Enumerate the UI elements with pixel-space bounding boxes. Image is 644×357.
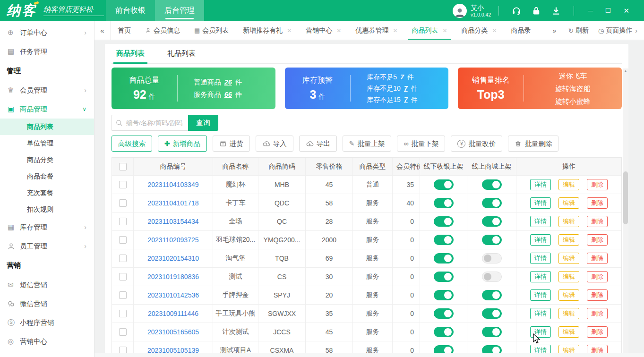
sidebar-item-goods-mgmt[interactable]: ▣ 商品管理 ∨	[0, 100, 94, 119]
delete-button[interactable]: 删除	[587, 326, 608, 338]
delete-button[interactable]: 删除	[587, 289, 608, 301]
sidebar-subitem-unit-mgmt[interactable]: 单位管理	[0, 135, 94, 152]
page-operations-button[interactable]: ◷ 页面操作 ›	[593, 26, 644, 35]
tab-member-list[interactable]: ▤ 会员列表	[187, 21, 236, 40]
detail-button[interactable]: 详情	[530, 253, 551, 264]
goods-code-link[interactable]: 20231104103349	[148, 181, 199, 188]
online-shelf-toggle[interactable]	[482, 327, 502, 337]
close-tab-icon[interactable]: ✕	[336, 27, 341, 34]
online-shelf-toggle[interactable]	[482, 216, 502, 227]
sidebar-item-sms-marketing[interactable]: ✉ 短信营销	[0, 275, 94, 294]
close-tab-icon[interactable]: ✕	[442, 27, 447, 34]
stat-number[interactable]: 7	[404, 96, 408, 103]
batch-delete-button[interactable]: 批量删除	[508, 136, 558, 152]
offline-shelf-toggle[interactable]	[434, 235, 454, 245]
detail-button[interactable]: 详情	[530, 179, 551, 190]
minimize-icon[interactable]: ─	[588, 0, 593, 21]
online-shelf-toggle[interactable]	[482, 308, 502, 319]
advanced-search-button[interactable]: 高级搜索	[112, 136, 152, 152]
vertical-scrollbar[interactable]: ▲ ▼	[623, 68, 628, 357]
detail-button[interactable]: 详情	[530, 234, 551, 246]
tab-goods-entry[interactable]: 商品录	[504, 21, 531, 40]
stat-number[interactable]: 26	[224, 78, 232, 86]
refresh-button[interactable]: ↻ 刷新	[563, 26, 593, 35]
offline-shelf-toggle[interactable]	[434, 290, 454, 300]
batch-off-shelf-button[interactable]: ∞批量下架	[397, 136, 445, 152]
goods-code-link[interactable]: 20231103154434	[148, 218, 199, 225]
row-checkbox[interactable]	[119, 273, 127, 280]
sidebar-subitem-goods-list[interactable]: 商品列表	[0, 119, 94, 135]
detail-button[interactable]: 详情	[530, 308, 551, 319]
goods-code-link[interactable]: 20231009111446	[148, 310, 198, 317]
edit-button[interactable]: 编辑	[558, 253, 579, 264]
export-button[interactable]: 导出	[299, 136, 337, 152]
offline-shelf-toggle[interactable]	[434, 179, 454, 190]
sidebar-item-member-mgmt[interactable]: ♛ 会员管理 ›	[0, 81, 94, 100]
sidebar-item-inventory-mgmt[interactable]: ▦ 库存管理 ›	[0, 218, 94, 237]
tab-backend-admin[interactable]: 后台管理	[155, 0, 204, 21]
offline-shelf-toggle[interactable]	[434, 308, 454, 319]
row-checkbox[interactable]	[119, 218, 127, 225]
row-checkbox[interactable]	[119, 255, 127, 262]
search-input[interactable]	[112, 115, 188, 131]
tab-goods-category[interactable]: 商品分类 ✕	[455, 21, 504, 40]
detail-button[interactable]: 详情	[530, 271, 551, 282]
offline-shelf-toggle[interactable]	[434, 327, 454, 337]
select-all-checkbox[interactable]	[119, 163, 127, 170]
goods-code-link[interactable]: 20231020154310	[147, 255, 199, 262]
row-checkbox[interactable]	[119, 236, 127, 244]
maximize-icon[interactable]: ☐	[605, 0, 611, 21]
service-icon[interactable]	[512, 6, 521, 16]
delete-button[interactable]: 删除	[587, 197, 608, 209]
batch-price-button[interactable]: ¥批量改价	[451, 136, 502, 152]
delete-button[interactable]: 删除	[587, 234, 608, 246]
sidebar-item-order-center[interactable]: ⊕ 订单中心 ›	[0, 23, 94, 42]
goods-code-link[interactable]: 20231019180836	[147, 273, 199, 280]
delete-button[interactable]: 删除	[587, 216, 608, 227]
sidebar-item-staff-mgmt[interactable]: 员工管理 ›	[0, 237, 94, 255]
lock-icon[interactable]	[532, 6, 541, 16]
tab-home[interactable]: 首页	[111, 21, 138, 40]
collapse-tabs-button[interactable]: «	[94, 21, 111, 40]
expand-tabs-button[interactable]: »	[548, 27, 561, 34]
stat-number[interactable]: 66	[224, 91, 232, 98]
edit-button[interactable]: 编辑	[558, 234, 579, 246]
goods-code-link[interactable]: 20231104101718	[148, 199, 199, 207]
edit-button[interactable]: 编辑	[558, 197, 579, 209]
sidebar-subitem-deduction-rules[interactable]: 扣次规则	[0, 201, 94, 218]
sidebar-item-miniprogram-marketing[interactable]: ⓢ 小程序营销	[0, 313, 94, 332]
offline-shelf-toggle[interactable]	[434, 272, 454, 282]
import-button[interactable]: 导入	[256, 136, 293, 152]
scroll-up-arrow[interactable]: ▲	[623, 68, 628, 74]
panel-tab-gift-list[interactable]: 礼品列表	[167, 44, 196, 63]
sidebar-subitem-recharge-combo[interactable]: 充次套餐	[0, 185, 94, 201]
purchase-button[interactable]: 进货	[213, 136, 250, 152]
edit-button[interactable]: 编辑	[558, 216, 579, 227]
delete-button[interactable]: 删除	[587, 271, 608, 282]
batch-on-shelf-button[interactable]: ✎批量上架	[343, 136, 392, 152]
tab-front-cashier[interactable]: 前台收银	[106, 0, 155, 21]
horizontal-scrollbar[interactable]	[94, 353, 644, 357]
edit-button[interactable]: 编辑	[558, 308, 579, 319]
detail-button[interactable]: 详情	[530, 197, 551, 209]
delete-button[interactable]: 删除	[587, 308, 608, 319]
row-checkbox[interactable]	[119, 199, 127, 207]
avatar[interactable]	[453, 4, 467, 18]
stat-number[interactable]: 7	[404, 85, 408, 92]
edit-button[interactable]: 编辑	[558, 326, 579, 338]
close-tab-icon[interactable]: ✕	[287, 27, 292, 34]
online-shelf-toggle[interactable]	[482, 235, 502, 245]
row-checkbox[interactable]	[119, 328, 127, 336]
sidebar-subitem-goods-category[interactable]: 商品分类	[0, 152, 94, 168]
close-icon[interactable]: ✕	[623, 0, 629, 21]
online-shelf-toggle[interactable]	[482, 272, 502, 282]
sidebar-item-marketing-center[interactable]: ◎ 营销中心	[0, 332, 94, 351]
close-tab-icon[interactable]: ✕	[393, 27, 397, 34]
row-checkbox[interactable]	[119, 310, 127, 317]
download-icon[interactable]	[551, 6, 561, 16]
offline-shelf-toggle[interactable]	[434, 198, 454, 208]
edit-button[interactable]: 编辑	[558, 289, 579, 301]
tab-member-info[interactable]: 会员信息	[138, 21, 187, 40]
online-shelf-toggle[interactable]	[482, 198, 502, 208]
offline-shelf-toggle[interactable]	[434, 253, 454, 264]
